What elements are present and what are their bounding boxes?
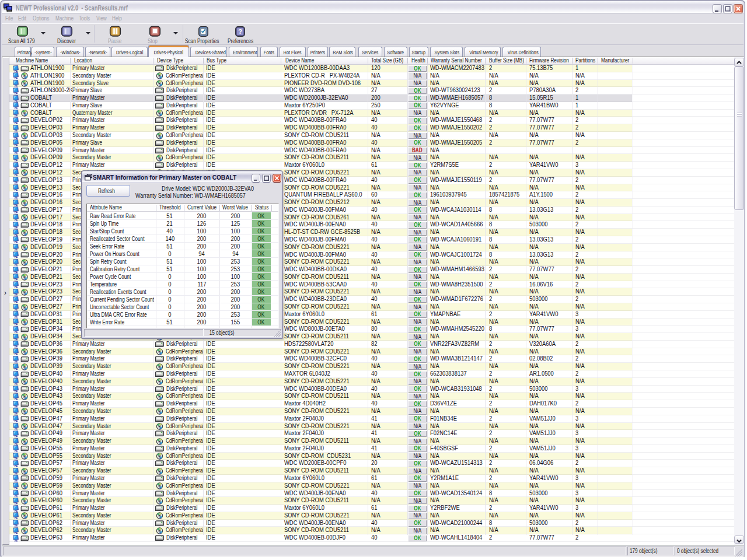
svg-text:?: ? <box>238 28 242 35</box>
